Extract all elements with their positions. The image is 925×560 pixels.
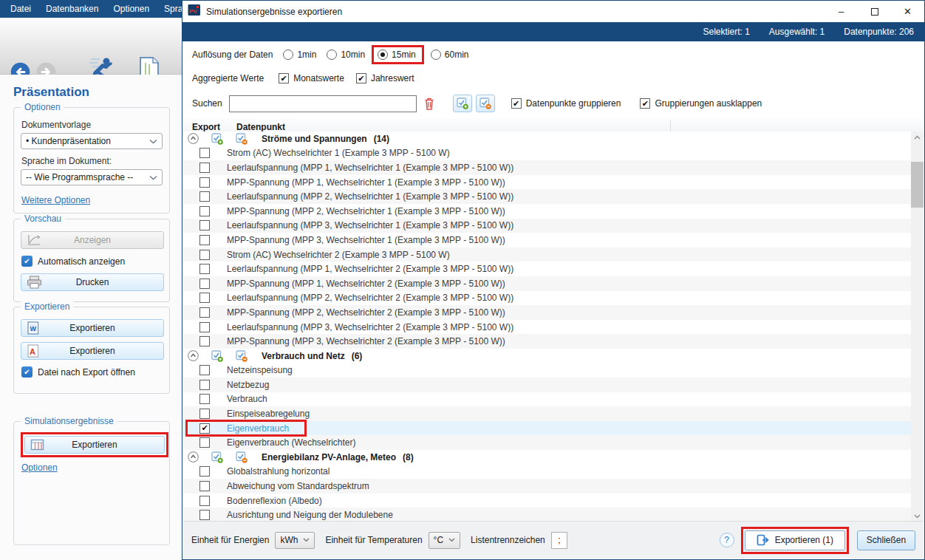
scrollbar-thumb[interactable] [911,162,924,208]
group-check-all-icon[interactable] [211,133,223,145]
table-row[interactable]: Bodenreflexion (Albedo) [183,494,912,508]
item-checkbox[interactable] [199,264,210,274]
radio-10min[interactable]: 10min [327,49,365,60]
item-checkbox[interactable] [199,307,210,318]
table-row[interactable]: MPP-Spannung (MPP 1, Wechselrichter 1 (E… [183,175,912,190]
item-checkbox[interactable] [199,423,210,434]
deselect-all-button[interactable] [476,95,495,112]
auto-show-checkbox[interactable] [21,256,33,267]
radio-icon[interactable] [327,49,337,60]
table-row[interactable]: Leerlaufspannung (MPP 3, Wechselrichter … [183,320,912,335]
show-preview-button[interactable]: Anzeigen [21,231,164,249]
item-checkbox[interactable] [199,163,210,173]
table-row[interactable]: Netzeinspeisung [183,363,912,378]
monthly-values-checkbox[interactable]: Monatswerte [279,73,344,83]
select-all-button[interactable] [453,95,472,112]
dialog-titlebar[interactable]: PV Simulationsergebnisse exportieren – ✕ [182,1,924,22]
clear-search-trash-icon[interactable] [423,97,435,111]
table-row[interactable]: Eigenverbrauch [183,421,912,436]
maximize-button[interactable] [858,1,891,22]
collapse-chevron-icon[interactable] [188,451,199,462]
radio-15min[interactable]: 15min [378,49,416,60]
table-row[interactable]: Globalstrahlung horizontal [183,465,912,479]
item-checkbox[interactable] [199,293,210,303]
item-checkbox[interactable] [199,510,210,520]
item-checkbox[interactable] [199,394,210,404]
item-checkbox[interactable] [199,220,210,231]
table-row[interactable]: Eigenverbrauch (Wechselrichter) [183,435,912,450]
table-row[interactable]: MPP-Spannung (MPP 3, Wechselrichter 1 (E… [183,233,912,247]
radio-icon[interactable] [431,49,441,60]
item-checkbox[interactable] [199,322,210,332]
more-options-link[interactable]: Weitere Optionen [21,195,90,205]
checkbox-icon-checked[interactable] [356,73,366,83]
export-pdf-button[interactable]: A Exportieren [21,342,164,360]
table-row[interactable]: Leerlaufspannung (MPP 1, Wechselrichter … [183,262,912,276]
minimize-button[interactable]: – [825,1,858,22]
item-checkbox[interactable] [199,191,210,202]
list-separator-input[interactable]: ; [551,532,567,549]
radio-icon[interactable] [283,49,293,60]
table-row[interactable]: MPP-Spannung (MPP 3, Wechselrichter 2 (E… [183,334,912,349]
table-row[interactable]: Strom (AC) Wechselrichter 1 (Example 3 M… [183,146,912,161]
item-checkbox[interactable] [199,250,210,260]
item-checkbox[interactable] [199,409,210,419]
item-checkbox[interactable] [199,496,210,506]
table-row[interactable]: Leerlaufspannung (MPP 2, Wechselrichter … [183,189,912,204]
table-row[interactable]: Leerlaufspannung (MPP 3, Wechselrichter … [183,219,912,233]
collapse-chevron-icon[interactable] [188,133,199,144]
table-row[interactable]: Strom (AC) Wechselrichter 2 (Example 3 M… [183,247,912,262]
close-dialog-button[interactable]: Schließen [857,530,915,550]
table-row[interactable]: Leerlaufspannung (MPP 2, Wechselrichter … [183,291,912,306]
radio-60min[interactable]: 60min [431,49,469,60]
table-row[interactable]: Verbrauch [183,392,912,407]
group-check-all-icon[interactable] [211,350,223,362]
export-button[interactable]: Exportieren (1) [745,530,845,550]
menu-item-optionen[interactable]: Optionen [106,4,157,14]
item-checkbox[interactable] [199,365,210,375]
column-datapoint[interactable]: Datenpunkt [236,122,285,132]
close-button[interactable]: ✕ [891,1,924,22]
radio-1min[interactable]: 1min [283,49,316,60]
template-dropdown[interactable]: • Kundenpräsentation [21,133,163,149]
item-checkbox[interactable] [199,177,210,188]
export-simulation-results-button[interactable]: Exportieren [24,436,165,454]
table-row[interactable]: MPP-Spannung (MPP 2, Wechselrichter 2 (E… [183,305,912,320]
list-scrollbar[interactable] [911,132,924,522]
menu-item-datenbanken[interactable]: Datenbanken [38,4,106,14]
scroll-up-icon[interactable] [911,132,924,143]
group-row[interactable]: Verbrauch und Netz(6) [183,349,912,363]
menu-item-datei[interactable]: Datei [3,4,38,14]
document-language-dropdown[interactable]: -- Wie Programmsprache -- [21,169,163,185]
simulation-options-link[interactable]: Optionen [21,462,58,473]
item-checkbox[interactable] [199,235,210,245]
table-row[interactable]: Leerlaufspannung (MPP 1, Wechselrichter … [183,160,912,175]
group-check-all-icon[interactable] [211,451,223,463]
group-uncheck-all-icon[interactable] [236,350,248,362]
item-checkbox[interactable] [199,336,210,346]
table-row[interactable]: MPP-Spannung (MPP 2, Wechselrichter 1 (E… [183,204,912,219]
group-uncheck-all-icon[interactable] [236,451,248,463]
item-checkbox[interactable] [199,481,210,491]
temperature-unit-dropdown[interactable]: °C [429,532,460,549]
checkbox-icon-checked[interactable] [511,98,522,109]
group-row[interactable]: Energiebilanz PV-Anlage, Meteo(8) [183,450,912,465]
yearly-value-checkbox[interactable]: Jahreswert [356,73,414,83]
energy-unit-dropdown[interactable]: kWh [275,532,315,549]
group-uncheck-all-icon[interactable] [236,133,248,145]
radio-icon-selected[interactable] [378,49,388,60]
open-after-export-checkbox[interactable] [21,366,33,378]
item-checkbox[interactable] [199,466,210,477]
item-checkbox[interactable] [199,206,210,216]
group-row[interactable]: Ströme und Spannungen(14) [183,132,912,146]
checkbox-icon-checked[interactable] [640,98,650,109]
item-checkbox[interactable] [199,437,210,448]
table-row[interactable]: Abweichung vom Standardspektrum [183,479,912,494]
help-icon[interactable]: ? [720,533,734,547]
table-row[interactable]: MPP-Spannung (MPP 1, Wechselrichter 2 (E… [183,276,912,291]
table-row[interactable]: Netzbezug [183,378,912,392]
table-row[interactable]: Einspeiseabregelung [183,406,912,421]
group-datapoints-checkbox[interactable]: Datenpunkte gruppieren [511,98,621,109]
checkbox-icon-checked[interactable] [279,73,289,83]
search-input[interactable] [229,95,417,112]
